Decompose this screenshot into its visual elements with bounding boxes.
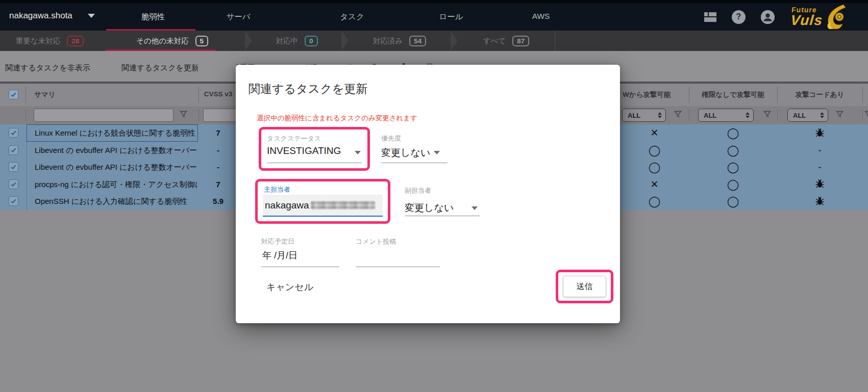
column-header-network-attackable[interactable]: Wから攻撃可能 — [620, 90, 691, 99]
submit-button[interactable]: 送信 — [563, 276, 606, 297]
cell-summary[interactable]: procps-ng における認可・権限・アクセス制御に — [27, 176, 198, 193]
row-checkbox[interactable] — [9, 128, 18, 138]
due-date-input[interactable]: 年 /月/日 — [262, 249, 297, 262]
select-all-checkbox[interactable] — [9, 90, 18, 99]
select-arrows-icon — [658, 112, 662, 118]
status-count-badge: 87 — [512, 36, 529, 46]
chevron-down-icon[interactable] — [434, 151, 440, 154]
assignee-highlight-box: 主担当者 nakagawa — [255, 179, 390, 224]
status-count-badge: 5 — [195, 36, 209, 46]
priority-label: 優先度 — [381, 134, 449, 143]
column-header-exploit-exists[interactable]: 攻撃コードあり — [777, 90, 862, 99]
account-menu[interactable]: nakagawa.shota — [9, 11, 95, 21]
exploit-filter-select[interactable]: ALL — [787, 109, 828, 122]
chevron-right-icon — [341, 31, 349, 51]
dashboard-icon[interactable] — [704, 12, 716, 22]
bug-icon — [815, 197, 824, 205]
row-checkbox[interactable] — [9, 145, 18, 155]
nav-tab-aws[interactable]: AWS — [532, 12, 550, 21]
toolbar-action-hide-related-tasks[interactable]: 関連するタスクを非表示 — [5, 63, 90, 73]
status-tab-label: すべて — [483, 36, 506, 46]
sub-assignee-label: 副担当者 — [405, 186, 481, 195]
cell-summary[interactable]: Linux Kernel における競合状態に関する脆弱性 — [27, 124, 198, 142]
cell-summary[interactable]: OpenSSH における入力確認に関する脆弱性 — [27, 193, 198, 210]
cancel-button[interactable]: キャンセル — [266, 281, 313, 293]
chevron-right-icon — [451, 31, 458, 51]
priority-select[interactable]: 変更しない — [381, 146, 430, 160]
assignee-label: 主担当者 — [264, 185, 290, 194]
cell-no-priv-attackable: ◯ — [689, 176, 777, 193]
column-header-cvss[interactable]: CVSS v3 — [199, 90, 237, 98]
row-checkbox[interactable] — [9, 179, 18, 189]
comment-input[interactable] — [356, 267, 440, 267]
filter-funnel-icon[interactable] — [836, 111, 844, 118]
cell-network-attackable: ✕ — [620, 176, 689, 193]
submit-highlight-box: 送信 — [556, 270, 613, 303]
status-tab-in-progress[interactable]: 対応中0 — [252, 31, 341, 51]
filter-funnel-icon[interactable] — [180, 111, 187, 118]
cell-cvss-score: 7 — [199, 124, 237, 142]
task-status-highlight-box: タスクステータス INVESTIGATING — [259, 127, 370, 171]
nav-tab-vulnerability[interactable]: 脆弱性 — [141, 12, 165, 22]
cell-exploit-exists — [777, 176, 862, 193]
row-checkbox[interactable] — [9, 196, 18, 206]
assignee-value: nakagawa — [265, 200, 309, 211]
column-header-no-priv-attackable[interactable]: 権限なしで攻撃可能 — [689, 90, 777, 99]
cell-no-priv-attackable: ◯ — [689, 124, 777, 142]
filter-funnel-icon[interactable] — [674, 111, 682, 118]
cell-exploit-exists — [777, 124, 862, 142]
due-date-field: 対応予定日 年 /月/日 — [261, 237, 340, 269]
account-icon[interactable] — [761, 10, 775, 24]
status-tab-label: 対応中 — [276, 36, 298, 46]
select-arrows-icon — [820, 112, 824, 118]
no-priv-filter-select[interactable]: ALL — [698, 109, 754, 122]
comment-field: コメント投稿 — [356, 237, 441, 269]
check-icon — [10, 181, 17, 188]
logo-line2: Vuls — [790, 13, 823, 28]
filter-funnel-icon[interactable] — [763, 111, 771, 118]
status-tab-other-open[interactable]: その他の未対応5 — [100, 31, 245, 51]
bug-icon — [815, 128, 824, 137]
chevron-down-icon[interactable] — [472, 206, 478, 210]
futurevuls-logo[interactable]: Future Vuls — [791, 4, 848, 30]
assignee-input[interactable]: nakagawa — [263, 195, 383, 217]
cell-summary[interactable]: Libevent の evbuffer API における整数オーバー — [27, 142, 198, 159]
logo-bird-icon — [824, 4, 848, 30]
help-icon[interactable]: ? — [732, 10, 746, 24]
cell-exploit-exists: - — [777, 159, 862, 176]
select-arrows-icon — [746, 112, 750, 118]
cell-no-priv-attackable: ◯ — [689, 159, 777, 176]
cell-network-attackable: ◯ — [620, 142, 689, 159]
chevron-down-icon[interactable] — [355, 151, 361, 154]
modal-notice: 選択中の脆弱性に含まれるタスクのみ変更されます — [257, 114, 417, 123]
modal-title: 関連するタスクを更新 — [249, 81, 367, 97]
check-icon — [10, 147, 17, 153]
status-tab-all[interactable]: すべて87 — [458, 31, 555, 51]
status-tab-label: 対応済み — [373, 36, 403, 46]
task-status-label: タスクステータス — [267, 134, 321, 143]
nav-tab-role[interactable]: ロール — [439, 12, 463, 22]
network-filter-select[interactable]: ALL — [622, 109, 666, 122]
summary-filter-input[interactable] — [34, 109, 173, 122]
column-header-summary[interactable]: サマリ — [34, 90, 55, 99]
check-icon — [10, 164, 17, 170]
status-tab-label: その他の未対応 — [136, 36, 189, 46]
nav-tab-server[interactable]: サーバ — [226, 12, 250, 22]
update-related-tasks-modal: 関連するタスクを更新 選択中の脆弱性に含まれるタスクのみ変更されます タスクステ… — [236, 65, 620, 323]
row-checkbox[interactable] — [9, 162, 18, 172]
cell-summary[interactable]: Libevent の evbuffer API における整数オーバー — [27, 159, 198, 176]
toolbar-action-update-related-tasks[interactable]: 関連するタスクを更新 — [121, 63, 199, 73]
cell-no-priv-attackable: ◯ — [689, 142, 777, 159]
check-icon — [10, 129, 17, 136]
filter-funnel-icon[interactable] — [864, 111, 868, 118]
nav-tab-task[interactable]: タスク — [340, 12, 364, 22]
status-tab-resolved[interactable]: 対応済み54 — [349, 31, 451, 51]
cell-cvss-score: - — [199, 142, 237, 159]
chevron-right-icon — [245, 31, 252, 51]
check-icon — [10, 198, 17, 204]
task-status-select[interactable]: INVESTIGATING — [267, 145, 341, 156]
account-name: nakagawa.shota — [9, 11, 72, 21]
status-tab-important-open[interactable]: 重要な未対応28 — [0, 31, 100, 51]
sub-assignee-select[interactable]: 変更しない — [405, 201, 454, 215]
priority-field: 優先度 変更しない — [381, 134, 449, 165]
